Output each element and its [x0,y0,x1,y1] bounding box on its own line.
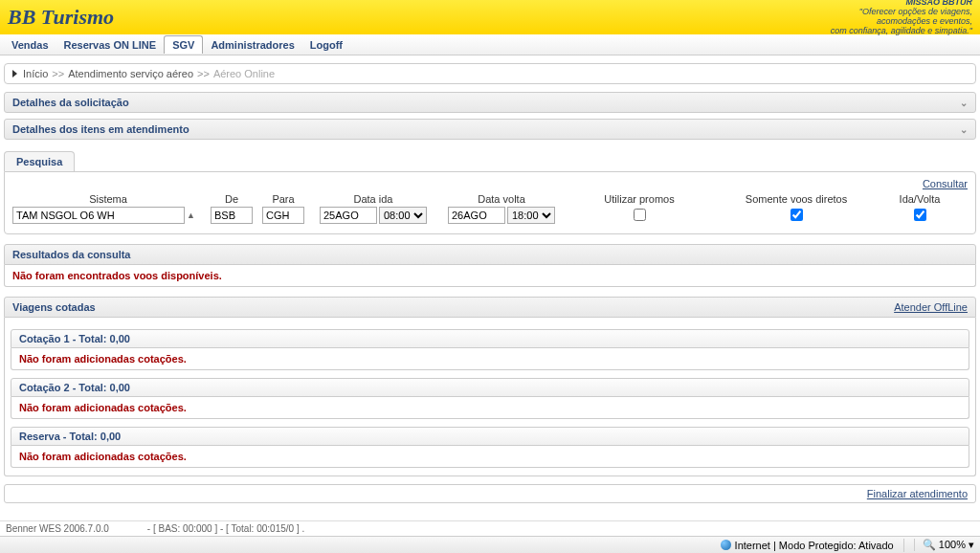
mission-block: MISSÃO BBTUR "Oferecer opções de viagens… [831,0,972,36]
menu-sgv[interactable]: SGV [164,35,203,54]
reserva-msg: Não foram adicionadas cotações. [19,451,961,462]
zoom-control[interactable]: 🔍 100% ▾ [914,539,974,551]
reserva-body: Não foram adicionadas cotações. [11,446,969,468]
footer: Benner WES 2006.7.0.0 - [ BAS: 00:000 ] … [0,520,980,536]
label-data-ida: Data ida [354,193,393,205]
tab-row: Pesquisa [4,151,976,171]
label-para: Para [272,193,294,205]
mission-line: com confiança, agilidade e simpatia." [831,27,972,36]
menu-vendas[interactable]: Vendas [4,36,56,54]
breadcrumb-inicio[interactable]: Início [23,68,48,79]
statusbar: Internet | Modo Protegido: Ativado 🔍 100… [0,536,980,553]
label-promos: Utilizar promos [604,193,674,205]
panel-title: Detalhes da solicitação [12,97,129,108]
breadcrumb-sep: >> [52,68,64,79]
para-input[interactable] [262,207,304,224]
menu-reservas[interactable]: Reservas ON LINE [56,36,165,54]
content: Início >> Atendimento serviço aéreo >> A… [0,55,980,507]
menu-logoff[interactable]: Logoff [302,36,350,54]
de-input[interactable] [211,207,253,224]
header: BB Turismo MISSÃO BBTUR "Oferecer opções… [0,0,980,34]
statusbar-sep [903,539,904,552]
results-body: Não foram encontrados voos disponíveis. [4,265,976,287]
footer-version: Benner WES 2006.7.0.0 [6,523,109,534]
status-mode: Internet | Modo Protegido: Ativado [735,540,894,551]
results-msg: Não foram encontrados voos disponíveis. [12,270,968,281]
label-voos-diretos: Somente voos diretos [746,193,847,205]
results-title: Resultados da consulta [12,249,130,260]
cotacao1-msg: Não foram adicionadas cotações. [19,353,961,365]
panel-detalhes-solicitacao[interactable]: Detalhes da solicitação ⌄ [4,92,976,113]
panel-title: Detalhes dos itens em atendimento [12,123,189,135]
hora-volta-select[interactable]: 18:00 [507,207,555,224]
breadcrumb-sep: >> [197,68,210,79]
voos-diretos-checkbox[interactable] [791,209,803,221]
finalizar-link[interactable]: Finalizar atendimento [867,488,968,499]
menubar: Vendas Reservas ON LINE SGV Administrado… [0,34,980,55]
label-de: De [225,193,238,205]
breadcrumb-atendimento[interactable]: Atendimento serviço aéreo [68,68,193,79]
label-ida-volta: Ida/Volta [900,193,941,205]
globe-icon [721,540,731,550]
cotacao1-body: Não foram adicionadas cotações. [11,348,969,370]
bottom-bar: Finalizar atendimento [4,484,976,503]
viagens-body: Cotação 1 - Total: 0,00 Não foram adicio… [4,318,976,476]
atender-offline-link[interactable]: Atender OffLine [894,301,968,313]
sort-icon[interactable]: ▲ [187,210,195,220]
consultar-link[interactable]: Consultar [923,178,968,189]
search-panel: Consultar Sistema ▲ De Para Data ida [4,171,976,234]
reserva-header[interactable]: Reserva - Total: 0,00 [11,427,969,446]
ida-volta-checkbox[interactable] [914,209,926,221]
panel-detalhes-itens[interactable]: Detalhes dos itens em atendimento ⌄ [4,119,976,140]
label-sistema: Sistema [89,193,127,205]
tab-pesquisa[interactable]: Pesquisa [4,151,75,171]
logo: BB Turismo [8,5,114,30]
breadcrumb-current: Aéreo Online [213,68,275,79]
data-ida-input[interactable] [320,207,377,224]
viagens-title: Viagens cotadas [12,301,96,313]
breadcrumb: Início >> Atendimento serviço aéreo >> A… [4,63,976,84]
menu-admin[interactable]: Administradores [203,36,301,54]
footer-stats: - [ BAS: 00:000 ] - [ Total: 00:015/0 ] … [147,523,304,534]
zoom-value: 100% [939,539,966,550]
cotacao2-header[interactable]: Cotação 2 - Total: 0,00 [11,378,969,397]
cotacao2-body: Não foram adicionadas cotações. [11,397,969,419]
breadcrumb-arrow-icon [12,70,17,77]
cotacao1-header[interactable]: Cotação 1 - Total: 0,00 [11,329,969,348]
viagens-header: Viagens cotadas Atender OffLine [4,297,976,318]
label-data-volta: Data volta [478,193,525,205]
promos-checkbox[interactable] [634,209,646,221]
sistema-input[interactable] [12,207,185,224]
hora-ida-select[interactable]: 08:00 [379,207,427,224]
chevron-down-icon: ⌄ [960,124,968,135]
data-volta-input[interactable] [448,207,505,224]
results-header: Resultados da consulta [4,244,976,265]
cotacao2-msg: Não foram adicionadas cotações. [19,402,961,413]
chevron-down-icon: ⌄ [960,98,968,108]
